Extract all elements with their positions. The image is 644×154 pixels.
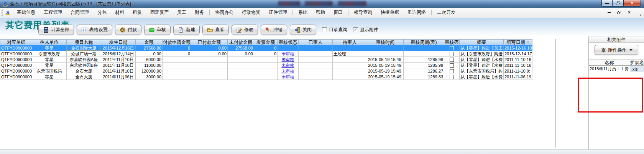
close-button[interactable]: × (624, 0, 641, 7)
restore-button[interactable] (613, 0, 624, 7)
grid-cell[interactable] (163, 74, 191, 80)
grid-cell[interactable] (228, 74, 254, 80)
menu-item[interactable]: 合同管理 (66, 8, 93, 17)
mdi-restore-icon[interactable] (617, 11, 621, 14)
table-row[interactable]: QTFYD090000001东营市国税局金石大厦2011年11月10日12000… (0, 68, 532, 74)
column-header[interactable]: 发生日期 (101, 40, 136, 45)
grid-cell[interactable] (299, 74, 333, 80)
grid-cell[interactable] (333, 63, 367, 68)
menu-item[interactable]: 分包 (93, 8, 111, 17)
grid-cell[interactable]: 零星 (32, 63, 67, 68)
grid-cell[interactable] (191, 57, 228, 63)
audit-checkbox[interactable] (450, 46, 454, 50)
grid-cell[interactable]: 2015年12月16日 (101, 45, 136, 51)
grid-cell[interactable] (299, 51, 333, 57)
column-header[interactable]: 待审人 (333, 40, 367, 45)
grid-cell[interactable] (163, 68, 191, 74)
grid-cell[interactable] (191, 74, 228, 80)
grid-cell[interactable]: 2011-11-10 9: (504, 68, 532, 74)
grid-cell[interactable]: 2011-11-06 19 (504, 74, 532, 80)
menu-item[interactable]: 财务 (191, 8, 208, 17)
grid-cell[interactable]: 2011年11月10日 (101, 57, 136, 63)
grid-cell[interactable]: 零星 (32, 45, 67, 51)
grid-cell[interactable]: 1286.27 (404, 68, 444, 74)
grid-cell[interactable]: 2011年11月10日 (101, 68, 136, 74)
grid-cell[interactable] (444, 51, 460, 57)
grid-cell[interactable]: QTFYD090000002 (0, 57, 32, 63)
toolbar-checkbox[interactable]: 目录查询 (322, 26, 347, 33)
grid-cell[interactable]: 2015-12-14 17 (504, 51, 532, 57)
audit-status-link[interactable]: 未审核 (282, 74, 294, 80)
grid-cell[interactable]: 从【零星】购进【员工 (460, 45, 504, 51)
menu-item[interactable]: 工程管理 (39, 8, 66, 17)
column-header[interactable]: 审核周期(天) (404, 40, 444, 45)
column-header[interactable]: 已审人 (299, 40, 333, 45)
menu-item[interactable]: 帮助 (312, 8, 329, 17)
grid-cell[interactable]: QTFYD090000005 (0, 45, 32, 51)
column-header[interactable]: 审核否 (444, 40, 460, 45)
grid-cell[interactable] (254, 68, 278, 74)
grid-cell[interactable]: 零星 (32, 74, 67, 80)
table-row[interactable]: QTFYD090000007零星金石大厦2011年11月06日3000.00未审… (0, 74, 532, 80)
audit-status-link[interactable]: 未审核 (282, 57, 294, 63)
column-header[interactable]: 审核状态 (278, 40, 299, 45)
menu-item[interactable]: 租赁 (128, 8, 146, 17)
grid-cell[interactable] (333, 74, 367, 80)
grid-cell[interactable]: 2011年11月10日 (101, 63, 136, 68)
grid-cell[interactable]: 0.00 (191, 51, 228, 57)
column-header[interactable]: 未付款金额 (228, 40, 254, 45)
modify-button[interactable]: 修改 (232, 25, 258, 35)
audit-checkbox[interactable] (450, 58, 454, 62)
grid-cell[interactable]: 1289.83 (404, 74, 444, 80)
menu-item[interactable]: 证件管理 (264, 8, 291, 17)
grid-cell[interactable]: 从【零星】购进【水费 (460, 57, 504, 63)
grid-cell[interactable]: 1285.98 (404, 57, 444, 63)
table-row[interactable]: QTFYD090000002零星东营软件园A座2011年11月10日6000.0… (0, 57, 532, 63)
menu-item[interactable]: 二次开发 (433, 8, 460, 17)
grid-cell[interactable]: 120000.00 (136, 68, 163, 74)
column-header[interactable]: 审核时间 (367, 40, 404, 45)
column-header[interactable]: 填写日期▽ (504, 40, 532, 45)
grid-cell[interactable]: 0 (254, 45, 278, 51)
grid-cell[interactable]: 未审核 (278, 74, 299, 80)
audit-checkbox[interactable] (450, 63, 454, 68)
grid-cell[interactable]: 2015-05-19 15:49 (367, 63, 404, 68)
grid-cell[interactable]: 0 (163, 45, 191, 51)
attachment-row[interactable]: 2015年11月员工工资 .xls (589, 66, 644, 72)
audit-status-link[interactable]: 未审核 (282, 51, 294, 57)
menu-item[interactable]: 重连网络 (403, 8, 430, 17)
grid-cell[interactable]: 0.00 (228, 51, 254, 57)
grid-cell[interactable]: 东营软件园A座 (67, 57, 101, 63)
table-row[interactable]: QTFYD090000005零星金石国际大厦2015年12月16日27568.0… (0, 45, 532, 51)
grid-cell[interactable] (299, 45, 333, 51)
grid-cell[interactable] (254, 74, 278, 80)
menu-item[interactable]: 领导查询 (350, 8, 376, 17)
grid-cell[interactable] (299, 57, 333, 63)
grid-cell[interactable]: 0 (254, 51, 278, 57)
payment-button[interactable]: 付款 (115, 25, 141, 35)
grid-cell[interactable]: 未审核 (278, 57, 299, 63)
column-header[interactable]: 项目名称 (67, 40, 101, 45)
audit-status-link[interactable]: 未审核 (282, 68, 294, 74)
grid-cell[interactable] (254, 57, 278, 63)
close-page-button[interactable]: 关闭 (290, 25, 316, 35)
menu-item[interactable]: 员工 (173, 8, 191, 17)
menu-item[interactable]: 窗口 (329, 8, 347, 17)
table-row[interactable]: QTFYD090000003零星东营软件园B座2011年11月10日11000.… (0, 63, 532, 68)
grid-cell[interactable] (367, 45, 404, 51)
grid-cell[interactable]: 1285.98 (404, 63, 444, 68)
grid-cell[interactable] (228, 57, 254, 63)
grid-cell[interactable] (299, 63, 333, 68)
grid-cell[interactable] (367, 51, 404, 57)
grid-cell[interactable] (191, 63, 228, 68)
grid-cell[interactable]: 未审核 (278, 51, 299, 57)
grid-cell[interactable]: 零星 (32, 57, 67, 63)
column-header[interactable]: 已付款金额 (191, 40, 228, 45)
column-header[interactable]: 往来单位 (32, 40, 67, 45)
grid-cell[interactable] (228, 63, 254, 68)
grid-cell[interactable] (404, 51, 444, 57)
grid-cell[interactable] (299, 68, 333, 74)
column-header[interactable]: 发票金额 (254, 40, 278, 45)
grid-cell[interactable] (444, 45, 460, 51)
grid-cell[interactable]: 2011-11-10 16 (504, 63, 532, 68)
